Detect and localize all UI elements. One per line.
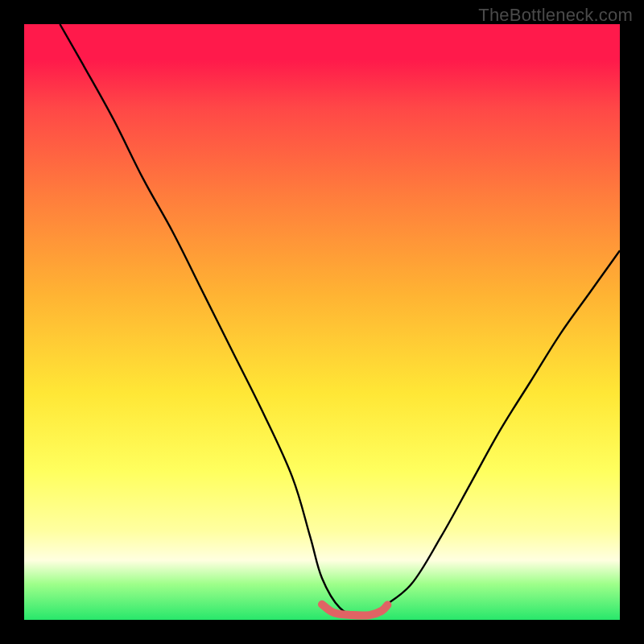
watermark-text: TheBottleneck.com (478, 5, 633, 26)
bottleneck-curve (60, 24, 620, 616)
curve-layer (24, 24, 620, 620)
flat-bottom-highlight (322, 605, 387, 616)
chart-frame: TheBottleneck.com (0, 0, 644, 644)
